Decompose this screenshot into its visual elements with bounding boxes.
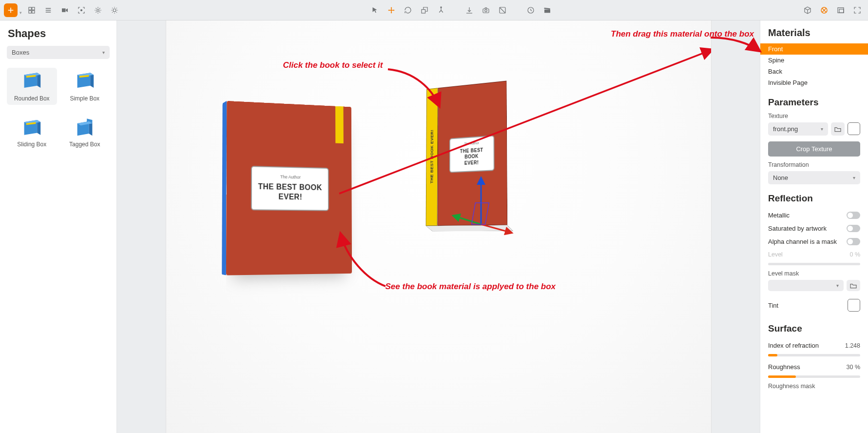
shape-item-label: Sliding Box bbox=[17, 141, 46, 148]
rotate-icon[interactable] bbox=[401, 3, 415, 17]
level-mask-label: Level mask bbox=[768, 270, 860, 277]
box-cover-label: The Author THE BEST BOOK EVER! bbox=[449, 135, 494, 173]
level-mask-select[interactable]: ▾ bbox=[768, 280, 844, 291]
materials-list: Front Spine Back Invisible Page bbox=[760, 43, 868, 88]
materials-panel: Materials Front Spine Back Invisible Pag… bbox=[760, 20, 868, 433]
scene-object-box[interactable]: THE BEST BOOK EVER! The Author THE BEST … bbox=[420, 84, 512, 230]
shape-item-sliding-box[interactable]: Sliding Box bbox=[7, 114, 57, 151]
shapes-panel-title: Shapes bbox=[8, 27, 110, 40]
viewport-stage[interactable]: The Author THE BEST BOOK EVER! THE BEST … bbox=[166, 20, 712, 433]
sun-icon[interactable] bbox=[108, 3, 121, 17]
scale-icon[interactable] bbox=[418, 3, 431, 17]
roughness-slider[interactable] bbox=[768, 375, 860, 378]
svg-rect-14 bbox=[838, 7, 844, 13]
svg-point-8 bbox=[441, 6, 442, 7]
top-toolbar: ▾ bbox=[0, 0, 868, 20]
roughness-label: Roughness bbox=[768, 363, 800, 371]
clock-icon[interactable] bbox=[524, 3, 538, 17]
folder-open-icon[interactable] bbox=[831, 122, 845, 136]
material-item-back[interactable]: Back bbox=[760, 66, 868, 77]
shape-category-value: Boxes bbox=[12, 49, 29, 56]
metallic-label: Metallic bbox=[768, 212, 790, 219]
svg-rect-15 bbox=[839, 9, 844, 13]
transformation-value: None bbox=[773, 174, 788, 181]
annotation-material-applied: See the book material is applyed to the … bbox=[386, 282, 556, 292]
texture-label: Texture bbox=[768, 113, 860, 119]
toolbar-group-right bbox=[801, 3, 864, 17]
book-title-line1: THE BEST BOOK bbox=[258, 182, 322, 192]
svg-rect-0 bbox=[29, 7, 31, 10]
shape-item-simple-box[interactable]: Simple Box bbox=[60, 68, 110, 105]
svg-rect-7 bbox=[422, 9, 425, 13]
texture-swatch[interactable] bbox=[848, 122, 860, 135]
fullscreen-icon[interactable] bbox=[850, 3, 864, 17]
shape-item-tagged-box[interactable]: Tagged Box bbox=[60, 114, 110, 151]
camera-icon[interactable] bbox=[58, 3, 72, 17]
book-title-line2: EVER! bbox=[278, 193, 302, 201]
folder-open-icon[interactable] bbox=[847, 280, 860, 291]
shape-item-label: Rounded Box bbox=[14, 95, 50, 102]
scene-object-book[interactable]: The Author THE BEST BOOK EVER! bbox=[225, 103, 356, 274]
saturated-toggle[interactable] bbox=[847, 225, 860, 232]
metallic-toggle[interactable] bbox=[847, 212, 860, 219]
ior-slider[interactable] bbox=[768, 354, 860, 356]
parameters-title: Parameters bbox=[768, 97, 860, 108]
saturated-label: Saturated by artwork bbox=[768, 225, 827, 232]
shape-item-rounded-box[interactable]: Rounded Box bbox=[7, 68, 57, 105]
book-cover-label: The Author THE BEST BOOK EVER! bbox=[251, 166, 328, 211]
move-tool-icon[interactable] bbox=[385, 3, 398, 17]
chevron-down-icon: ▾ bbox=[836, 283, 839, 288]
chevron-down-icon: ▾ bbox=[19, 10, 22, 17]
svg-rect-1 bbox=[32, 7, 35, 10]
surface-title: Surface bbox=[768, 323, 860, 334]
shape-item-label: Simple Box bbox=[70, 95, 99, 102]
texture-select[interactable]: front.png ▾ bbox=[768, 122, 828, 136]
toolbar-group-center bbox=[368, 3, 554, 17]
svg-point-4 bbox=[81, 9, 82, 11]
transformation-label: Transformation bbox=[768, 161, 860, 168]
material-item-spine[interactable]: Spine bbox=[760, 55, 868, 66]
reflection-title: Reflection bbox=[768, 193, 860, 204]
svg-point-6 bbox=[113, 9, 116, 12]
grid-icon[interactable] bbox=[25, 3, 39, 17]
shapes-panel: Shapes Boxes ▾ Rounded Box bbox=[0, 20, 117, 433]
texture-value: front.png bbox=[773, 125, 798, 133]
svg-rect-2 bbox=[29, 10, 31, 13]
pivot-icon[interactable] bbox=[434, 3, 448, 17]
add-icon[interactable] bbox=[4, 3, 18, 17]
viewport[interactable]: The Author THE BEST BOOK EVER! THE BEST … bbox=[117, 20, 760, 433]
chevron-down-icon: ▾ bbox=[102, 50, 105, 55]
focus-icon[interactable] bbox=[75, 3, 88, 17]
cube-icon[interactable] bbox=[801, 3, 814, 17]
shape-grid: Rounded Box Simple Box bbox=[7, 68, 110, 151]
book-spine-text: THE BEST BOOK EVER! bbox=[429, 130, 434, 184]
level-slider[interactable] bbox=[768, 263, 860, 265]
svg-line-36 bbox=[339, 50, 712, 194]
annotation-select-book: Click the book to select it bbox=[283, 60, 383, 70]
alpha-mask-label: Alpha channel is a mask bbox=[768, 238, 837, 245]
target-icon[interactable] bbox=[817, 3, 831, 17]
mask-icon[interactable] bbox=[496, 3, 509, 17]
level-label: Level bbox=[768, 251, 783, 258]
gear-icon[interactable] bbox=[91, 3, 105, 17]
align-bottom-icon[interactable] bbox=[463, 3, 476, 17]
material-item-front[interactable]: Front bbox=[760, 43, 868, 55]
clapper-icon[interactable] bbox=[540, 3, 554, 17]
transformation-select[interactable]: None ▾ bbox=[768, 171, 860, 184]
window-icon[interactable] bbox=[834, 3, 848, 17]
list-icon[interactable] bbox=[41, 3, 55, 17]
alpha-mask-toggle[interactable] bbox=[847, 238, 860, 245]
annotation-drag-material: Then drag this material onto the box bbox=[611, 29, 754, 39]
tint-swatch[interactable] bbox=[848, 299, 860, 312]
roughness-mask-label: Roughness mask bbox=[768, 383, 860, 390]
shape-category-select[interactable]: Boxes ▾ bbox=[7, 46, 110, 59]
material-item-invisible-page[interactable]: Invisible Page bbox=[760, 77, 868, 88]
tint-label: Tint bbox=[768, 302, 778, 309]
svg-point-5 bbox=[97, 9, 99, 11]
svg-point-10 bbox=[485, 9, 487, 12]
camera-settings-icon[interactable] bbox=[479, 3, 493, 17]
roughness-value: 30 % bbox=[847, 364, 861, 371]
chevron-down-icon: ▾ bbox=[821, 126, 823, 132]
pointer-icon[interactable] bbox=[368, 3, 382, 17]
crop-texture-button[interactable]: Crop Texture bbox=[768, 141, 860, 157]
